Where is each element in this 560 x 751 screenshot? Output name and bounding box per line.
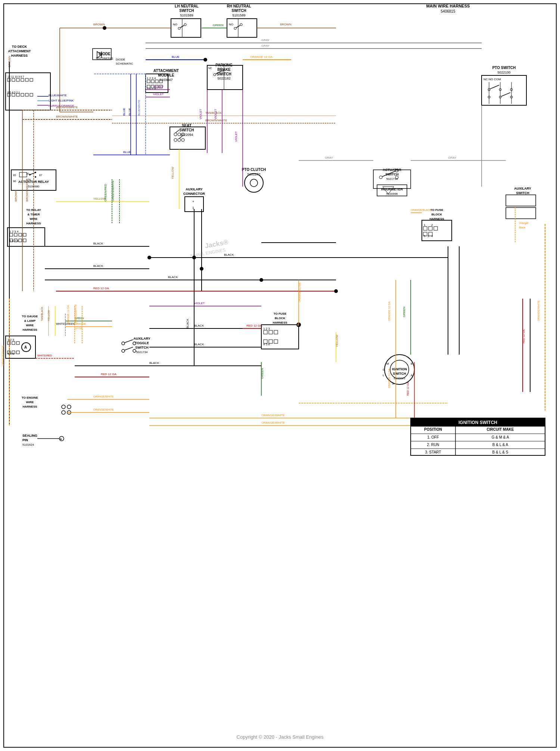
svg-text:5101172: 5101172 <box>247 172 260 176</box>
svg-text:S100021: S100021 <box>393 377 406 380</box>
svg-text:5101624: 5101624 <box>22 443 34 446</box>
svg-text:WIRE: WIRE <box>26 401 34 404</box>
svg-text:ORANGE/WHITE: ORANGE/WHITE <box>93 395 114 398</box>
svg-text:L: L <box>383 374 385 377</box>
svg-text:BLACK: BLACK <box>194 343 204 346</box>
svg-text:BLUE: BLUE <box>123 150 131 154</box>
svg-text:SWITCH: SWITCH <box>231 9 246 13</box>
svg-text:GRAY: GRAY <box>325 156 333 159</box>
svg-text:VIOLET: VIOLET <box>153 93 164 96</box>
svg-text:DIODE: DIODE <box>116 58 125 61</box>
svg-point-374 <box>334 289 338 293</box>
svg-text:AUXILARY: AUXILARY <box>133 337 150 340</box>
svg-text:2. RUN: 2. RUN <box>427 443 439 447</box>
svg-text:CONNECTOR: CONNECTOR <box>183 192 205 196</box>
svg-text:SWITCH: SWITCH <box>135 346 149 349</box>
svg-text:HARNESS: HARNESS <box>273 321 287 324</box>
svg-text:SWITCH: SWITCH <box>393 372 406 376</box>
svg-text:A: A <box>24 345 27 349</box>
svg-text:2: 2 <box>431 223 433 227</box>
svg-text:NC: NC <box>208 67 212 69</box>
svg-text:BLUE/WHITE: BLUE/WHITE <box>49 94 67 97</box>
svg-text:A: A <box>411 374 413 377</box>
svg-text:WHITE/RED: WHITE/RED <box>37 354 52 357</box>
svg-text:WIRE: WIRE <box>26 324 34 327</box>
svg-text:SCHEMATIC: SCHEMATIC <box>116 62 133 65</box>
svg-text:BLUE: BLUE <box>172 55 180 59</box>
svg-text:G: G <box>383 368 385 371</box>
svg-text:5021734: 5021734 <box>386 177 398 181</box>
svg-text:GREEN: GREEN <box>213 24 224 27</box>
svg-text:Black: Black <box>519 226 526 229</box>
svg-text:5101589: 5101589 <box>232 13 245 17</box>
svg-text:RED 12 GA.: RED 12 GA. <box>407 381 409 396</box>
svg-text:ATTACHMENT: ATTACHMENT <box>153 69 179 73</box>
svg-text:LIGHT BLUE/PINK: LIGHT BLUE/PINK <box>49 99 74 102</box>
svg-text:B & L & A: B & L & A <box>492 443 508 447</box>
svg-text:BROWN: BROWN <box>93 23 105 26</box>
svg-text:NC  NO  COM: NC NO COM <box>483 78 501 81</box>
svg-text:SWITCH: SWITCH <box>179 9 194 13</box>
svg-text:12 11 10 9 8 7: 12 11 10 9 8 7 <box>7 75 24 78</box>
svg-text:S: S <box>392 382 394 385</box>
svg-text:ORANGE 11 GA.: ORANGE 11 GA. <box>388 368 391 388</box>
svg-text:RED 12 GA.: RED 12 GA. <box>93 287 110 290</box>
svg-text:SWITCH: SWITCH <box>516 191 529 195</box>
svg-text:& LAMP: & LAMP <box>24 319 36 322</box>
svg-text:B: B <box>411 362 413 365</box>
svg-text:ATTACHMENT: ATTACHMENT <box>8 49 31 53</box>
svg-text:ORANGE/WHITE: ORANGE/WHITE <box>74 304 77 325</box>
svg-text:ORANGE/WHITE: ORANGE/WHITE <box>261 414 285 417</box>
svg-text:RH NEUTRAL: RH NEUTRAL <box>227 4 251 8</box>
svg-point-134 <box>29 174 31 175</box>
svg-text:GREEN: GREEN <box>261 368 264 379</box>
svg-text:1 2 3: 1 2 3 <box>263 327 270 330</box>
svg-text:1. OFF: 1. OFF <box>427 435 439 439</box>
svg-text:GRAY: GRAY <box>261 38 270 42</box>
svg-text:30: 30 <box>26 172 29 175</box>
svg-text:TO DECK: TO DECK <box>12 45 27 49</box>
svg-text:WHITE/GREEN: WHITE/GREEN <box>56 322 74 325</box>
svg-text:+: + <box>192 200 194 203</box>
svg-text:CIRCUIT MAKE: CIRCUIT MAKE <box>487 427 514 431</box>
svg-text:YELLOW: YELLOW <box>171 166 174 179</box>
svg-text:BROWN/WHITE: BROWN/WHITE <box>56 106 78 109</box>
svg-point-376 <box>203 58 207 62</box>
svg-text:ORANGE/WHITE: ORANGE/WHITE <box>1 345 4 366</box>
svg-text:ORANGE/WHITE: ORANGE/WHITE <box>93 408 114 411</box>
svg-point-136 <box>35 176 36 178</box>
svg-text:GRAY: GRAY <box>261 44 270 47</box>
svg-text:1 2 3 4: 1 2 3 4 <box>147 77 156 80</box>
svg-text:BLACK: BLACK <box>194 324 204 327</box>
svg-text:4 5 6: 4 5 6 <box>263 343 270 346</box>
svg-text:BROWN: BROWN <box>14 190 18 202</box>
svg-text:RED 12 GA.: RED 12 GA. <box>246 324 263 327</box>
svg-text:A: A <box>60 437 62 441</box>
svg-rect-0 <box>0 0 560 751</box>
svg-text:BLUE/WHITE: BLUE/WHITE <box>138 100 140 116</box>
svg-point-375 <box>103 26 106 30</box>
svg-text:G & M & A: G & M & A <box>492 435 509 439</box>
svg-text:LH NEUTRAL: LH NEUTRAL <box>175 4 199 8</box>
svg-text:TO FUSE: TO FUSE <box>274 312 287 315</box>
svg-point-135 <box>35 172 36 173</box>
svg-text:VIOLET: VIOLET <box>194 302 205 305</box>
svg-text:HARNESS: HARNESS <box>11 54 28 57</box>
svg-text:BLOCK: BLOCK <box>275 317 286 320</box>
svg-text:SEALING: SEALING <box>22 434 37 437</box>
svg-text:PTO SWITCH: PTO SWITCH <box>492 66 516 70</box>
svg-text:3. START: 3. START <box>425 450 441 454</box>
svg-point-395 <box>200 267 203 271</box>
svg-text:MAIN WIRE HARNESS: MAIN WIRE HARNESS <box>426 4 470 8</box>
svg-text:RED 12 GA.: RED 12 GA. <box>522 329 525 343</box>
svg-text:ORANGE 14 GA.: ORANGE 14 GA. <box>250 55 273 59</box>
svg-text:ORANGE/WHITE: ORANGE/WHITE <box>537 300 540 321</box>
svg-text:5101589: 5101589 <box>180 13 193 17</box>
svg-text:IGNITION SWITCH: IGNITION SWITCH <box>458 420 497 425</box>
svg-text:HARNESS: HARNESS <box>22 405 37 408</box>
svg-text:1: 1 <box>424 223 426 227</box>
svg-text:85: 85 <box>13 174 16 177</box>
svg-text:YELLOW: YELLOW <box>47 310 50 321</box>
svg-text:1 2 3: 1 2 3 <box>7 338 14 342</box>
svg-text:BLUE: BLUE <box>128 108 131 116</box>
